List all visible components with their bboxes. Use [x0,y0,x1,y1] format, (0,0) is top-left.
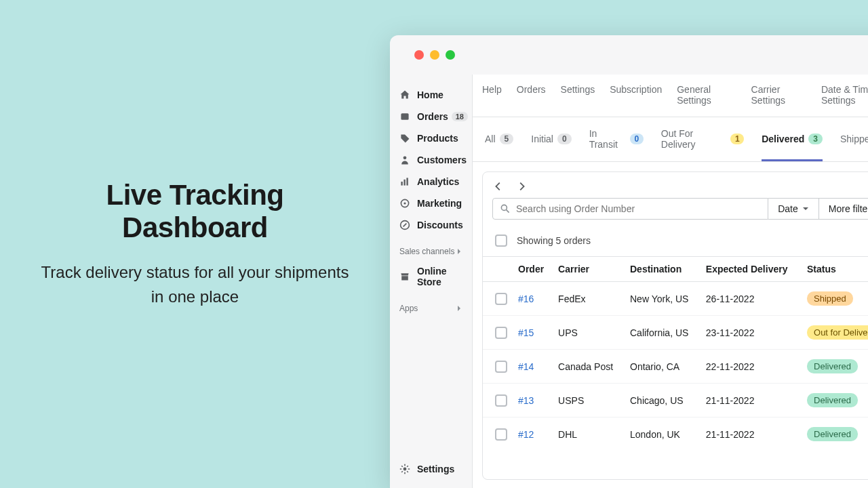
tab-out-for-delivery[interactable]: Out For Delivery1 [661,128,744,161]
sidebar-item-settings[interactable]: Settings [390,458,472,480]
target-icon [399,198,410,209]
topnav-general-settings[interactable]: General Settings [677,84,736,106]
arrow-left-icon[interactable] [492,180,505,192]
tab-shipped[interactable]: Shipped1 [840,128,868,161]
sidebar-item-label: Orders [417,111,448,122]
sidebar-item-products[interactable]: Products [390,127,472,149]
tab-count-badge: 0 [630,134,644,144]
sidebar-item-orders[interactable]: Orders 18 [390,106,472,127]
tag-icon [399,133,410,144]
col-carrier: Carrier [553,257,625,282]
table-row: #15UPSCalifornia, US23-11-2022Out for De… [483,316,868,350]
filter-bar: Date More filters [483,198,868,228]
col-order: Order [513,257,553,282]
sidebar-item-online-store[interactable]: Online Store [390,260,472,293]
row-checkbox[interactable] [495,428,507,441]
orders-panel: Date More filters Showing 5 orders [482,171,868,480]
svg-rect-0 [401,113,408,120]
date-cell: 21-11-2022 [701,384,802,418]
tab-all[interactable]: All5 [485,128,513,161]
sidebar-item-label: Customers [417,155,467,165]
row-checkbox[interactable] [495,394,507,407]
destination-cell: California, US [625,316,701,350]
sidebar-item-label: Discounts [417,220,463,230]
sidebar-item-discounts[interactable]: Discounts [390,214,472,236]
row-checkbox[interactable] [495,361,507,373]
svg-point-8 [403,468,407,471]
topnav-settings[interactable]: Settings [561,84,595,106]
sidebar: Home Orders 18 Products Customers Analyt… [390,75,473,488]
order-link[interactable]: #12 [518,429,534,440]
maximize-icon[interactable] [446,50,455,60]
tab-delivered[interactable]: Delivered3 [762,128,823,161]
sidebar-item-marketing[interactable]: Marketing [390,192,472,214]
showing-row: Showing 5 orders [483,228,868,256]
carrier-cell: FedEx [553,282,625,316]
topnav-orders[interactable]: Orders [517,84,546,106]
row-checkbox[interactable] [495,293,507,305]
chevron-down-icon [802,205,809,212]
row-checkbox[interactable] [495,327,507,339]
topnav: Help Orders Settings Subscription Genera… [473,75,868,117]
tab-count-badge: 0 [557,134,572,144]
sidebar-item-label: Online Store [417,266,462,287]
minimize-icon[interactable] [430,50,439,60]
topnav-carrier-settings[interactable]: Carrier Settings [751,84,806,106]
sidebar-section-sales[interactable]: Sales channels [390,236,472,260]
topnav-subscription[interactable]: Subscription [610,84,662,106]
table-row: #14Canada PostOntario, CA22-11-2022Deliv… [483,350,868,384]
status-badge: Delivered [807,359,858,373]
sidebar-item-label: Analytics [417,176,459,187]
date-cell: 22-11-2022 [701,350,802,384]
destination-cell: New York, US [625,282,701,316]
tab-in-transit[interactable]: In Transit0 [589,128,644,161]
topnav-date-time-settings[interactable]: Date & Time Settings [821,84,868,106]
more-filters-button[interactable]: More filters [819,198,868,220]
status-tabs: All5Initial0In Transit0Out For Delivery1… [473,117,868,162]
sidebar-section-apps[interactable]: Apps [390,293,472,317]
order-link[interactable]: #14 [518,361,534,372]
titlebar [390,35,868,75]
orders-table: Order Carrier Destination Expected Deliv… [483,256,868,451]
sidebar-item-analytics[interactable]: Analytics [390,171,472,192]
sidebar-item-customers[interactable]: Customers [390,149,472,171]
topnav-help[interactable]: Help [482,84,502,106]
tab-initial[interactable]: Initial0 [531,128,571,161]
carrier-cell: USPS [553,384,625,418]
sidebar-item-home[interactable]: Home [390,84,472,106]
svg-point-6 [403,202,406,204]
svg-rect-2 [401,182,402,186]
select-all-checkbox[interactable] [495,235,507,247]
table-row: #12DHLLondon, UK21-11-2022Delivered [483,418,868,451]
sidebar-item-label: Marketing [417,198,462,209]
col-destination: Destination [625,257,701,282]
person-icon [399,155,410,165]
hero-subtitle: Track delivery status for all your shipm… [34,260,356,309]
search-input-wrap[interactable] [492,198,768,220]
status-badge: Shipped [807,291,853,306]
table-row: #13USPSChicago, US21-11-2022Delivered [483,384,868,418]
col-status: Status [802,257,868,282]
sidebar-item-label: Products [417,133,458,144]
orders-badge: 18 [452,112,468,121]
search-input[interactable] [516,203,761,214]
showing-text: Showing 5 orders [517,235,591,246]
close-icon[interactable] [414,50,424,60]
status-badge: Out for Delivery [807,325,868,340]
order-link[interactable]: #15 [518,327,534,338]
destination-cell: Ontario, CA [625,350,701,384]
order-link[interactable]: #13 [518,395,534,406]
store-icon [399,271,410,282]
status-badge: Delivered [807,427,858,441]
sidebar-item-label: Home [417,89,443,100]
svg-point-9 [501,205,507,210]
order-link[interactable]: #16 [518,293,534,304]
carrier-cell: DHL [553,418,625,451]
svg-point-1 [403,156,407,159]
orders-icon [399,111,410,122]
date-filter-button[interactable]: Date [768,198,819,220]
arrow-right-icon[interactable] [515,180,528,192]
app-window: Home Orders 18 Products Customers Analyt… [390,35,868,488]
destination-cell: London, UK [625,418,701,451]
tab-count-badge: 3 [808,134,823,144]
